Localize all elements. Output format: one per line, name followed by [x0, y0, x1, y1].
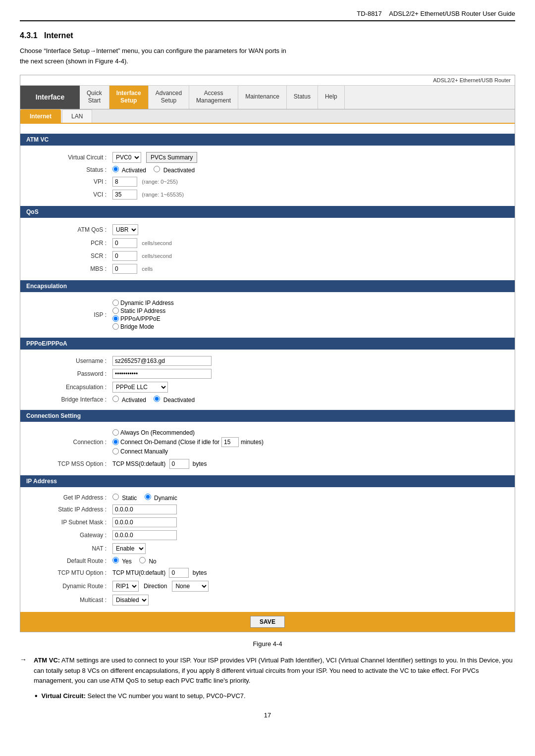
bridge-deactivated-label[interactable]: Deactivated — [154, 397, 195, 403]
scr-input[interactable] — [112, 251, 137, 261]
nav-item-access[interactable]: AccessManagement — [189, 86, 238, 109]
static-ip-value — [109, 503, 505, 516]
status-label: Status : — [30, 164, 109, 175]
intro-text: Choose “Interface Setup→Internet” menu, … — [20, 46, 515, 67]
dynamic-route-select[interactable]: RIP1 RIP2 — [112, 581, 139, 592]
qos-table: ATM QoS : UBRCBRVBR PCR : cells/second S… — [30, 223, 505, 275]
bridge-activated-radio[interactable] — [112, 396, 119, 402]
atm-qos-select[interactable]: UBRCBRVBR — [112, 224, 138, 235]
nat-select[interactable]: Enable Disable — [112, 543, 146, 554]
atm-qos-row: ATM QoS : UBRCBRVBR — [30, 223, 505, 237]
isp-bridge-radio[interactable] — [112, 323, 119, 330]
bullet-bold-atm: ATM VC: — [34, 656, 60, 664]
dynamic-route-row: Dynamic Route : RIP1 RIP2 Direction None… — [30, 579, 505, 593]
get-ip-row: Get IP Address : Static Dynamic — [30, 492, 505, 503]
isp-dynamic-radio[interactable] — [112, 300, 119, 306]
vci-label: VCI : — [30, 188, 109, 201]
default-route-row: Default Route : Yes No — [30, 555, 505, 566]
default-route-yes-label[interactable]: Yes — [112, 558, 133, 565]
dynamic-route-label: Dynamic Route : — [30, 579, 109, 593]
gateway-input[interactable] — [112, 530, 177, 540]
vci-input[interactable] — [112, 190, 137, 200]
status-deactivated-label[interactable]: Deactivated — [154, 167, 195, 174]
always-on-radio[interactable] — [112, 429, 119, 436]
always-on-option: Always On (Recommended) — [112, 429, 502, 436]
direction-select[interactable]: None Both In Only Out Only — [172, 581, 209, 592]
nav-item-status[interactable]: Status — [287, 86, 318, 109]
encapsulation-select[interactable]: PPPoE LLC PPPoE VC-Mux PPPoA LLC PPPoA V… — [112, 382, 168, 393]
default-route-yes-radio[interactable] — [112, 557, 119, 563]
tcp-mss-value: TCP MSS(0:default) bytes — [109, 457, 505, 470]
tcp-mtu-value: TCP MTU(0:default) bytes — [109, 566, 505, 579]
status-activated-radio[interactable] — [112, 166, 119, 172]
tcp-mss-input[interactable] — [169, 459, 189, 469]
virtual-circuit-label: Virtual Circuit : — [30, 151, 109, 164]
get-ip-static-label[interactable]: Static — [112, 495, 139, 502]
guide-title: ADSL2/2+ Ethernet/USB Router User Guide — [389, 10, 515, 17]
figure-caption: Figure 4-4 — [20, 640, 515, 648]
page-number: 17 — [20, 711, 515, 719]
idle-minutes-input[interactable] — [221, 437, 239, 447]
get-ip-options: Static Dynamic — [109, 492, 505, 503]
virtual-circuit-select[interactable]: PVC0PVC1PVC2PVC3 PVC4PVC5PVC6PVC7 — [112, 152, 141, 163]
bridge-activated-label[interactable]: Activated — [112, 397, 148, 403]
bridge-deactivated-radio[interactable] — [154, 396, 160, 402]
password-input[interactable] — [112, 369, 212, 379]
on-demand-option: Connect On-Demand (Close if idle for min… — [112, 437, 502, 447]
multicast-value: Disabled Enabled — [109, 593, 505, 607]
atm-qos-label: ATM QoS : — [30, 223, 109, 237]
multicast-row: Multicast : Disabled Enabled — [30, 593, 505, 607]
pcr-input[interactable] — [112, 238, 137, 248]
pppoe-table: Username : Password : Encapsulation : PP… — [30, 354, 505, 405]
get-ip-dynamic-radio[interactable] — [145, 494, 151, 500]
section-bar-pppoe: PPPoE/PPPoA — [20, 338, 515, 350]
save-button[interactable]: SAVE — [250, 616, 285, 628]
static-ip-input[interactable] — [112, 504, 177, 514]
manual-radio[interactable] — [112, 448, 119, 454]
vpi-input[interactable] — [112, 177, 137, 187]
router-brand: ADSL2/2+ Ethernet/USB Router — [20, 75, 515, 86]
virtual-circuit-row: Virtual Circuit : PVC0PVC1PVC2PVC3 PVC4P… — [30, 151, 505, 164]
bullet-section: → ATM VC: ATM settings are used to conne… — [20, 655, 515, 702]
section-bar-ip: IP Address — [20, 475, 515, 487]
manual-option: Connect Manually — [112, 448, 502, 455]
atm-vc-table: Virtual Circuit : PVC0PVC1PVC2PVC3 PVC4P… — [30, 151, 505, 201]
on-demand-radio[interactable] — [112, 439, 119, 445]
mbs-row: MBS : cells — [30, 262, 505, 275]
multicast-select[interactable]: Disabled Enabled — [112, 595, 149, 605]
section-title: 4.3.1 Internet — [20, 31, 515, 40]
nav-item-quickstart[interactable]: QuickStart — [80, 86, 109, 109]
default-route-no-label[interactable]: No — [139, 558, 157, 565]
status-deactivated-radio[interactable] — [154, 166, 160, 172]
ip-table: Get IP Address : Static Dynamic Static I… — [30, 492, 505, 607]
nat-label: NAT : — [30, 542, 109, 555]
section-bar-encapsulation: Encapsulation — [20, 280, 515, 292]
default-route-no-radio[interactable] — [139, 557, 146, 563]
save-bar: SAVE — [20, 612, 515, 632]
status-activated-label[interactable]: Activated — [112, 167, 148, 174]
nav-item-advanced[interactable]: AdvancedSetup — [149, 86, 189, 109]
mbs-input[interactable] — [112, 264, 137, 274]
static-ip-label: Static IP Address : — [30, 503, 109, 516]
tcp-mss-label: TCP MSS Option : — [30, 457, 109, 470]
username-input[interactable] — [112, 356, 212, 366]
isp-static-radio[interactable] — [112, 307, 119, 314]
nav-item-maintenance[interactable]: Maintenance — [238, 86, 287, 109]
isp-pppoe-radio[interactable] — [112, 315, 119, 322]
subnav-lan[interactable]: LAN — [62, 109, 92, 123]
subnet-mask-label: IP Subnet Mask : — [30, 516, 109, 529]
subnet-mask-input[interactable] — [112, 517, 177, 527]
vpi-label: VPI : — [30, 175, 109, 188]
encapsulation-select-label: Encapsulation : — [30, 380, 109, 394]
router-ui: ADSL2/2+ Ethernet/USB Router Interface Q… — [20, 75, 515, 632]
pvcs-summary-button[interactable]: PVCs Summary — [146, 152, 197, 163]
bullet-arrow-icon: → — [20, 655, 30, 663]
subnav-internet[interactable]: Internet — [20, 109, 61, 123]
get-ip-dynamic-label[interactable]: Dynamic — [145, 495, 177, 502]
connection-row: Connection : Always On (Recommended) Con… — [30, 427, 505, 457]
nav-item-interface[interactable]: InterfaceSetup — [109, 86, 149, 109]
tcp-mtu-input[interactable] — [169, 568, 189, 578]
get-ip-static-radio[interactable] — [112, 494, 119, 500]
subnet-mask-value — [109, 516, 505, 529]
nav-item-help[interactable]: Help — [318, 86, 345, 109]
